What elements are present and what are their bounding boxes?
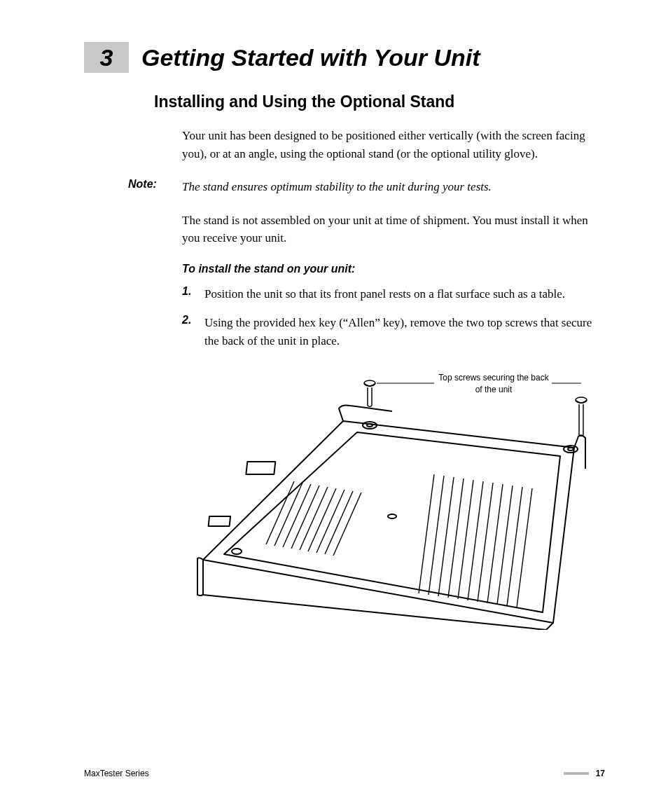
svg-rect-35: [209, 516, 230, 526]
footer-series: MaxTester Series: [84, 769, 149, 778]
footer-decor-line: [564, 772, 589, 775]
svg-line-20: [448, 479, 464, 598]
svg-line-25: [497, 486, 513, 605]
after-note-paragraph: The stand is not assembled on your unit …: [182, 212, 599, 247]
svg-line-11: [291, 486, 319, 549]
svg-point-33: [388, 514, 396, 518]
svg-line-22: [468, 481, 483, 600]
svg-line-19: [438, 477, 454, 596]
svg-line-8: [266, 481, 294, 544]
svg-line-10: [283, 484, 311, 547]
svg-line-18: [429, 476, 444, 595]
step-text: Position the unit so that its front pane…: [204, 285, 565, 303]
figure-callout: Top screws securing the back of the unit: [438, 372, 550, 396]
svg-line-12: [300, 487, 328, 550]
svg-line-24: [487, 484, 503, 603]
step-1: 1. Position the unit so that its front p…: [182, 285, 599, 303]
svg-point-29: [367, 424, 373, 427]
page-footer: MaxTester Series 17: [84, 769, 605, 778]
unit-illustration: [182, 364, 588, 630]
intro-paragraph: Your unit has been designed to be positi…: [182, 127, 599, 163]
step-number: 2.: [182, 314, 204, 350]
footer-page-number: 17: [596, 769, 605, 778]
svg-line-21: [458, 480, 473, 599]
note-text: The stand ensures optimum stability to t…: [182, 178, 492, 196]
step-text: Using the provided hex key (“Allen” key)…: [204, 314, 599, 350]
svg-point-31: [568, 448, 573, 450]
note-block: Note: The stand ensures optimum stabilit…: [128, 178, 599, 196]
section-title: Installing and Using the Optional Stand: [154, 92, 619, 111]
instructions-heading: To install the stand on your unit:: [182, 263, 619, 275]
svg-line-27: [517, 488, 532, 607]
step-2: 2. Using the provided hex key (“Allen” k…: [182, 314, 599, 350]
svg-line-13: [308, 488, 336, 551]
svg-line-26: [507, 487, 522, 606]
chapter-header: 3 Getting Started with Your Unit: [84, 42, 619, 73]
step-number: 1.: [182, 285, 204, 303]
chapter-number-box: 3: [84, 42, 129, 73]
note-label: Note:: [128, 178, 182, 196]
svg-point-32: [232, 549, 242, 554]
footer-right: 17: [564, 769, 605, 778]
svg-line-17: [419, 474, 434, 593]
svg-line-16: [333, 493, 361, 556]
document-page: 3 Getting Started with Your Unit Install…: [0, 0, 668, 812]
chapter-title: Getting Started with Your Unit: [141, 46, 480, 69]
svg-line-15: [325, 491, 353, 554]
svg-line-23: [478, 483, 493, 602]
svg-rect-34: [246, 462, 275, 474]
svg-line-9: [274, 483, 302, 546]
chapter-number: 3: [100, 44, 113, 71]
svg-line-14: [316, 490, 345, 553]
figure-unit-back: Top screws securing the back of the unit: [182, 364, 588, 630]
